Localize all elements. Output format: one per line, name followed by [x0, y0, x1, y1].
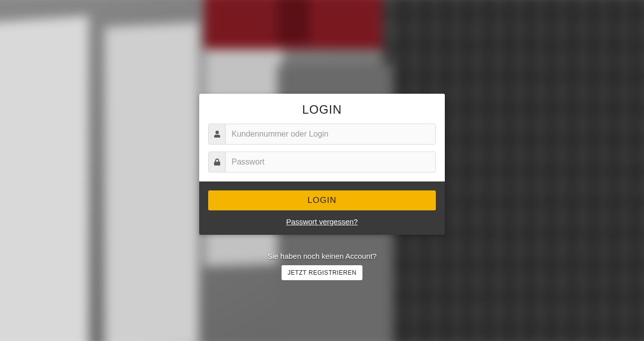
password-group — [208, 152, 436, 172]
login-card-top: LOGIN — [199, 94, 445, 181]
user-icon — [209, 124, 226, 144]
register-section: Sie haben noch keinen Account? JETZT REG… — [268, 252, 377, 280]
login-button[interactable]: LOGIN — [208, 190, 436, 210]
username-input[interactable] — [226, 124, 435, 144]
register-prompt: Sie haben noch keinen Account? — [268, 252, 377, 260]
login-card: LOGIN LOGIN Passwort vergessen? — [199, 94, 445, 235]
login-title: LOGIN — [208, 103, 436, 117]
username-group — [208, 124, 436, 145]
password-input[interactable] — [226, 152, 435, 172]
forgot-password-link[interactable]: Passwort vergessen? — [286, 217, 357, 226]
register-button[interactable]: JETZT REGISTRIEREN — [282, 265, 362, 280]
login-card-bottom: LOGIN Passwort vergessen? — [199, 181, 445, 235]
lock-icon — [209, 152, 226, 172]
